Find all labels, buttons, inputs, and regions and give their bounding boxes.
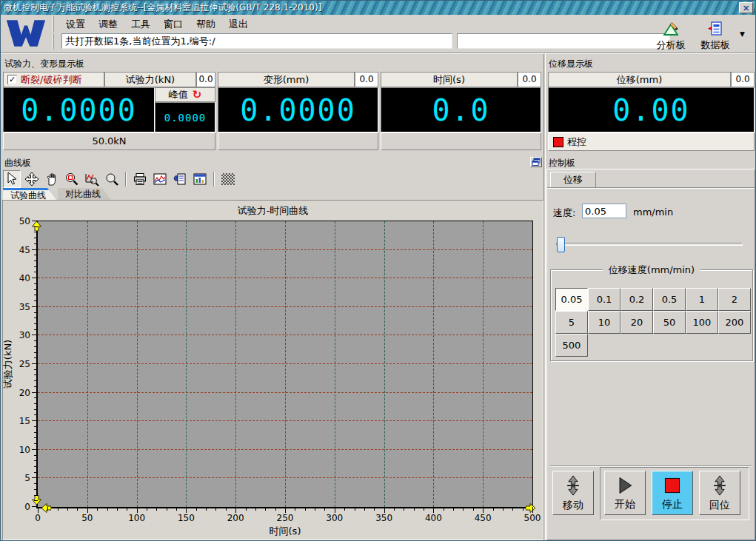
x-minor-tick [226, 507, 227, 511]
y-tick [32, 249, 38, 250]
speed-slider-track[interactable] [556, 243, 743, 246]
x-minor-tick [324, 507, 325, 511]
data-clip-icon[interactable] [171, 170, 189, 188]
y-minor-tick [34, 369, 38, 370]
x-minor-tick [364, 507, 365, 511]
panel-window-icon[interactable] [191, 170, 209, 188]
speed-input[interactable] [582, 204, 626, 218]
time-header: 时间(s) [381, 72, 518, 87]
deform-header: 变形(mm) [218, 72, 355, 87]
displacement-display: 0.00 [548, 87, 755, 132]
fracture-check-row[interactable]: ✓ 断裂/破碎判断 [3, 72, 104, 87]
dither-grid-icon[interactable] [219, 170, 237, 188]
move-arrows-icon [563, 474, 583, 497]
menu-item-3[interactable]: 窗口 [158, 16, 189, 33]
menu-item-5[interactable]: 退出 [223, 16, 254, 33]
x-minor-tick [305, 507, 306, 511]
speed-option-20[interactable]: 20 [620, 311, 653, 334]
x-axis-label: 时间(s) [38, 525, 532, 538]
peak-label: 峰值 [169, 88, 188, 101]
v-gridline [335, 221, 335, 507]
time-foot [381, 132, 541, 150]
speed-slider-handle[interactable] [557, 237, 565, 252]
y-tick [32, 506, 38, 507]
zoom-curve-icon[interactable] [83, 170, 101, 188]
move-button-label: 移动 [563, 499, 583, 512]
y-minor-tick [34, 312, 38, 313]
start-button[interactable]: 开始 [604, 471, 646, 515]
menu-item-1[interactable]: 调整 [93, 16, 124, 33]
tab-underline [547, 187, 755, 188]
speed-option-0.5[interactable]: 0.5 [653, 288, 686, 311]
speed-option-100[interactable]: 100 [686, 311, 718, 334]
displacement-aux-value: 0.0 [731, 72, 755, 87]
y-tick-label: 5 [24, 474, 30, 483]
data-board-button[interactable]: 数据板 [695, 20, 735, 52]
menu-item-0[interactable]: 设置 [60, 16, 91, 33]
tab-displacement[interactable]: 位移 [550, 172, 596, 187]
y-minor-tick [34, 300, 38, 301]
curve-restore-button[interactable] [530, 157, 542, 167]
y-minor-tick [34, 455, 38, 456]
quick-toolbar: 分析板 数据板 ▼ [651, 20, 745, 52]
y-minor-tick [34, 409, 38, 410]
x-minor-tick [196, 507, 197, 511]
stop-button[interactable]: 停止 [652, 471, 693, 515]
plot-area[interactable]: 试验力(kN) 时间(s) 05101520253035404550050100… [36, 221, 533, 508]
v-gridline [483, 221, 484, 507]
y-minor-tick [34, 226, 38, 227]
magnifier-icon[interactable] [103, 170, 121, 188]
pan-hand-icon[interactable] [43, 170, 61, 188]
y-tick [32, 420, 38, 421]
speed-option-0.2[interactable]: 0.2 [620, 288, 653, 311]
y-tick [32, 221, 38, 221]
start-button-label: 开始 [615, 498, 635, 511]
y-tick-label: 10 [19, 446, 30, 454]
status-grip [53, 33, 54, 49]
x-minor-tick [206, 507, 207, 511]
curve-tab-1[interactable]: 对比曲线 [58, 188, 111, 200]
printer-icon[interactable] [131, 170, 149, 188]
x-tick-label: 350 [375, 514, 392, 522]
y-tick [32, 449, 38, 450]
speed-option-1[interactable]: 1 [686, 288, 718, 311]
speed-option-5[interactable]: 5 [555, 311, 588, 334]
toolbar-dropdown-arrow[interactable]: ▼ [740, 30, 745, 38]
speed-option-2[interactable]: 2 [718, 288, 751, 311]
speed-option-500[interactable]: 500 [555, 334, 588, 357]
menu-item-2[interactable]: 工具 [125, 16, 156, 33]
close-button[interactable]: ✕ [739, 2, 753, 13]
home-button[interactable]: 回位 [699, 471, 740, 515]
analysis-board-button[interactable]: 分析板 [651, 20, 691, 52]
move-button[interactable]: 移动 [552, 471, 594, 515]
x-minor-tick [444, 507, 444, 511]
peak-refresh-icon[interactable]: ↻ [193, 90, 202, 100]
chart-area: 试验力-时间曲线 试验力(kN) 时间(s) 05101520253035404… [2, 200, 543, 540]
select-cursor-icon[interactable] [3, 170, 21, 188]
speed-option-50[interactable]: 50 [653, 311, 686, 334]
move-cross-icon[interactable] [23, 170, 41, 188]
speed-option-0.05[interactable]: 0.05 [555, 288, 588, 311]
menu-item-4[interactable]: 帮助 [190, 16, 221, 33]
y-minor-tick [34, 255, 38, 255]
speed-option-0.1[interactable]: 0.1 [588, 288, 620, 311]
y-minor-tick [34, 317, 38, 318]
fracture-checkbox[interactable]: ✓ [7, 75, 17, 84]
home-arrows-icon [709, 474, 730, 497]
y-minor-tick [34, 346, 38, 347]
x-tick [433, 507, 434, 513]
curve-style-icon[interactable] [151, 170, 169, 188]
x-tick-label: 400 [425, 514, 442, 522]
toolbar-separator [213, 172, 215, 187]
title-bar[interactable]: 微机控制电子万能试验机测控系统--[金属材料室温拉伸试验(GB/T 228.1-… [1, 1, 755, 15]
speed-option-200[interactable]: 200 [718, 311, 751, 334]
zoom-box-icon[interactable] [63, 170, 81, 188]
x-tick [186, 507, 187, 513]
x-minor-tick [473, 507, 474, 511]
y-minor-tick [34, 283, 38, 284]
curve-tab-0[interactable]: 试验曲线 [3, 188, 56, 200]
displacement-panel-title: 位移显示板 [549, 58, 593, 70]
x-minor-tick [77, 507, 78, 511]
speed-option-10[interactable]: 10 [588, 311, 620, 334]
x-minor-tick [47, 507, 48, 511]
